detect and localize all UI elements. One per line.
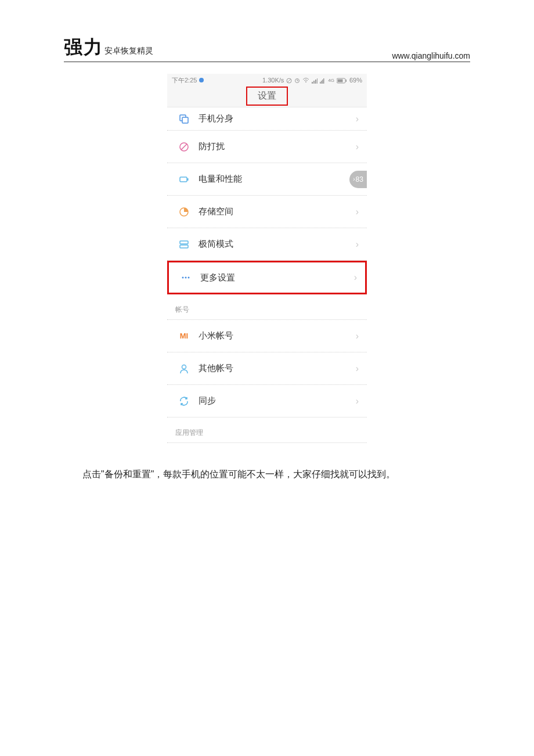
brand-main: 强力 — [64, 35, 103, 60]
signal2-icon — [320, 77, 326, 84]
row-label: 更多设置 — [194, 272, 354, 283]
score-badge: ›83 — [349, 171, 367, 188]
row-storage[interactable]: 存储空间 › — [167, 196, 367, 228]
mute-icon — [286, 77, 292, 84]
svg-point-27 — [185, 277, 187, 279]
svg-line-20 — [181, 144, 187, 150]
status-bar: 下午2:25 1.30K/s 4 — [167, 74, 367, 87]
svg-rect-11 — [321, 81, 322, 84]
row-label: 电量和性能 — [193, 174, 359, 185]
page-title: 设置 — [258, 91, 276, 100]
status-right: 1.30K/s 4G — [262, 77, 362, 84]
location-icon — [199, 78, 204, 82]
svg-point-26 — [182, 277, 184, 279]
chevron-right-icon: › — [356, 331, 359, 341]
simple-icon — [175, 239, 193, 250]
row-other-accounts[interactable]: 其他帐号 › — [167, 352, 367, 385]
row-battery-perf[interactable]: 电量和性能 ›83 — [167, 163, 367, 196]
row-label: 存储空间 — [193, 206, 356, 217]
svg-rect-12 — [322, 80, 323, 84]
chevron-right-icon: › — [356, 207, 359, 217]
svg-rect-6 — [312, 82, 313, 84]
title-bar: 设置 — [167, 87, 367, 107]
svg-rect-25 — [180, 245, 188, 248]
row-label: 同步 — [193, 395, 356, 406]
row-dnd[interactable]: 防打扰 › — [167, 131, 367, 163]
battery-percent: 69% — [349, 77, 362, 84]
row-phone-clone[interactable]: 手机分身 › — [167, 107, 367, 131]
sync-icon — [175, 396, 193, 406]
chevron-right-icon: › — [356, 114, 359, 124]
row-mi-account[interactable]: MI 小米帐号 › — [167, 320, 367, 352]
brand: 强力 安卓恢复精灵 — [64, 35, 153, 60]
chevron-right-icon: › — [356, 396, 359, 406]
caption-text: 点击"备份和重置"，每款手机的位置可能不太一样，大家仔细找就可以找到。 — [64, 466, 470, 483]
svg-point-5 — [305, 81, 306, 82]
row-label: 小米帐号 — [193, 330, 356, 341]
svg-rect-24 — [180, 241, 188, 244]
svg-rect-7 — [313, 81, 315, 84]
battery-icon — [337, 77, 347, 84]
alarm-icon — [294, 77, 300, 84]
network-label: 4G — [328, 78, 334, 83]
status-speed: 1.30K/s — [262, 77, 284, 84]
row-label: 防打扰 — [193, 141, 356, 152]
settings-list: 手机分身 › 防打扰 › 电量和性能 ›83 — [167, 107, 367, 443]
row-label: 手机分身 — [193, 113, 356, 124]
svg-point-28 — [188, 277, 190, 279]
badge-value: 83 — [355, 175, 363, 183]
mi-icon: MI — [175, 332, 193, 340]
document-header: 强力 安卓恢复精灵 www.qianglihuifu.com — [64, 35, 470, 62]
svg-rect-8 — [315, 80, 316, 84]
svg-rect-15 — [337, 80, 342, 82]
phone-screenshot: 下午2:25 1.30K/s 4 — [167, 74, 367, 443]
svg-rect-21 — [180, 177, 187, 182]
chevron-right-icon: › — [356, 142, 359, 152]
page-title-highlighted: 设置 — [246, 87, 288, 106]
svg-rect-13 — [323, 78, 324, 84]
document-page: 强力 安卓恢复精灵 www.qianglihuifu.com 下午2:25 1.… — [0, 0, 534, 756]
user-icon — [175, 363, 193, 374]
chevron-right-icon: › — [356, 363, 359, 374]
clone-icon — [175, 114, 193, 124]
status-left: 下午2:25 — [172, 76, 204, 85]
svg-rect-16 — [345, 80, 347, 82]
svg-rect-22 — [187, 178, 189, 181]
signal-icon — [312, 77, 317, 84]
wifi-icon — [302, 77, 309, 84]
row-simple-mode[interactable]: 极简模式 › — [167, 228, 367, 261]
brand-sub: 安卓恢复精灵 — [104, 46, 153, 56]
row-more-settings-highlighted[interactable]: 更多设置 › — [167, 261, 367, 294]
chevron-right-icon: › — [354, 272, 357, 283]
row-sync[interactable]: 同步 › — [167, 385, 367, 417]
svg-rect-18 — [182, 117, 188, 123]
block-icon — [175, 142, 193, 152]
site-url: www.qianglihuifu.com — [392, 51, 470, 60]
section-header-apps: 应用管理 — [167, 417, 367, 443]
section-header-account: 帐号 — [167, 294, 367, 320]
svg-point-29 — [182, 365, 186, 369]
svg-rect-10 — [320, 82, 321, 84]
more-icon — [177, 272, 194, 283]
row-label: 极简模式 — [193, 239, 356, 250]
storage-icon — [175, 207, 193, 217]
battery-outline-icon — [175, 174, 193, 185]
row-label: 其他帐号 — [193, 363, 356, 374]
svg-rect-9 — [317, 78, 317, 84]
status-time: 下午2:25 — [172, 76, 197, 85]
chevron-right-icon: › — [356, 239, 359, 250]
svg-line-1 — [287, 79, 291, 82]
